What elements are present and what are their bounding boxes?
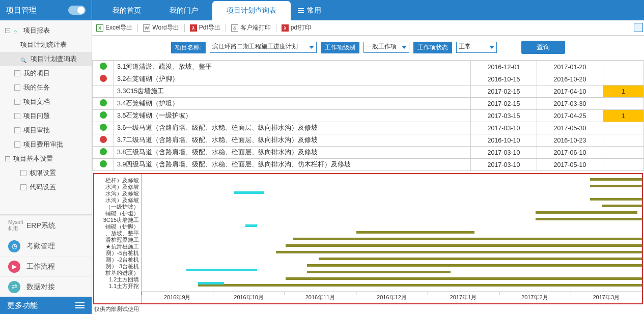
more-modules[interactable]: 更多功能	[0, 297, 92, 314]
module-erp[interactable]: Mysoft机电 ERP系统	[0, 215, 92, 236]
status-dot-icon	[100, 99, 107, 106]
chevron-down-icon	[309, 46, 314, 49]
gantt-x-tick: 2016年10月	[213, 294, 284, 301]
query-button[interactable]: 查询	[521, 41, 565, 54]
module-attendance[interactable]: ◷ 考勤管理	[0, 236, 92, 256]
status-dot-icon	[100, 75, 107, 82]
btn-label: Word导出	[152, 23, 179, 32]
excel-icon: X	[96, 24, 103, 32]
start-date-cell: 2017-02-15	[471, 98, 537, 110]
start-date-cell: 2017-02-15	[471, 85, 537, 98]
gantt-y-labels: 栏杆）及修坡水沟）及修坡水沟）及修坡水沟）及修坡（一级护坡）铺砌（护坦）3C15…	[94, 174, 141, 303]
nav-plan-stats[interactable]: 项目计划统计表	[0, 38, 92, 52]
nav-label: 项目费用审批	[23, 140, 63, 149]
nav-approval[interactable]: 项目审批	[0, 123, 92, 137]
btn-label: Excel导出	[105, 23, 132, 32]
nav-issues[interactable]: 项目问题	[0, 109, 92, 123]
sidebar-toggle[interactable]	[68, 6, 86, 15]
tree-root-reports[interactable]: − 项目报表	[0, 23, 92, 38]
table-row[interactable]: 3.4石笼铺砌（护坦）2017-02-152017-03-30	[93, 98, 644, 110]
nav-my-projects[interactable]: 我的项目	[0, 66, 92, 80]
file-icon	[14, 141, 20, 148]
work-status-select[interactable]: 正常	[456, 42, 497, 53]
work-level-select[interactable]: 一般工作项	[363, 42, 409, 53]
project-name-select[interactable]: 滨江环路二期工程施工进度计划	[210, 42, 317, 53]
filter-label-name: 项目名称:	[171, 42, 205, 53]
module-data[interactable]: ⇄ 数据对接	[0, 276, 92, 297]
file-icon	[20, 170, 26, 176]
name-cell: 3.2石笼铺砌（护脚）	[114, 73, 471, 85]
status-dot-icon	[100, 136, 107, 143]
start-date-cell: 2016-10-10	[471, 134, 537, 147]
table-row[interactable]: 3.2石笼铺砌（护脚）2016-10-152016-10-20	[93, 73, 644, 85]
collapse-icon[interactable]: −	[5, 28, 10, 33]
gantt-bar-actual	[590, 178, 642, 181]
export-word[interactable]: WWord导出	[143, 23, 179, 32]
collapse-icon[interactable]: −	[5, 156, 10, 161]
nav-label: 项目问题	[23, 111, 50, 121]
tab-label: 常用	[307, 6, 321, 15]
export-excel[interactable]: XExcel导出	[96, 23, 132, 32]
start-date-cell: 2016-10-15	[471, 73, 537, 85]
gantt-row-label: 测）-2台桩机	[94, 256, 141, 263]
status-dot-icon	[100, 63, 107, 70]
nav-label: 代码设置	[30, 183, 56, 192]
table-row[interactable]: 3.7二级马道（含路肩墙、级配、水稳、砼面层、纵向排水沟）及修坡2016-10-…	[93, 134, 644, 147]
tab-home[interactable]: 我的首页	[98, 1, 155, 20]
btn-label: Pdf导出	[199, 23, 220, 32]
gantt-row-label: 桩基的进度）	[94, 270, 141, 276]
status-cell	[93, 73, 114, 85]
module-workflow[interactable]: ▶ 工作流程	[0, 256, 92, 276]
flag-cell	[603, 159, 644, 171]
pdf-print[interactable]: λpdf打印	[282, 23, 312, 32]
gantt-bar-plan	[198, 282, 224, 284]
table-row[interactable]: 3.1河道清淤、疏浚、放坡、整平2016-12-012017-01-20	[93, 61, 644, 73]
nav-docs[interactable]: 项目文档	[0, 95, 92, 109]
status-cell	[93, 98, 114, 110]
sync-icon: ⇄	[8, 281, 20, 293]
flag-cell	[603, 147, 644, 159]
pdf-icon: λ	[282, 24, 289, 32]
nav-code[interactable]: 代码设置	[0, 180, 92, 194]
end-date-cell: 2016-10-23	[537, 134, 603, 147]
flag-cell	[603, 61, 644, 73]
nav-plan-query[interactable]: 项目计划查询表	[0, 52, 92, 66]
gantt-row-label: 铺砌（护坦）	[94, 210, 141, 217]
end-date-cell: 2017-05-30	[537, 122, 603, 134]
footer-note: 仅供内部测试使用	[92, 304, 644, 314]
save-icon[interactable]	[634, 23, 643, 32]
status-dot-icon	[100, 124, 107, 131]
gantt-row-label: 水沟）及修坡	[94, 184, 141, 190]
nav-perm[interactable]: 权限设置	[0, 166, 92, 180]
gantt-bar-actual	[590, 198, 642, 201]
client-print[interactable]: ♨客户端打印	[231, 23, 271, 32]
end-date-cell: 2017-06-10	[537, 147, 603, 159]
gantt-row-label: 1.2土方回填	[94, 276, 141, 283]
export-pdf[interactable]: λPdf导出	[190, 23, 220, 32]
nav-label: 我的任务	[23, 83, 50, 92]
nav-cost-approval[interactable]: 项目费用审批	[0, 137, 92, 152]
gantt-bar-actual	[319, 258, 642, 260]
top-tabs: 我的首页 我的门户 项目计划查询表 常用	[92, 0, 644, 20]
tab-portal[interactable]: 我的门户	[155, 1, 212, 20]
gantt-x-axis: 2016年9月2016年10月2016年11月2016年12月2017年1月20…	[142, 294, 642, 301]
start-date-cell: 2017-03-10	[471, 159, 537, 171]
flag-cell	[603, 122, 644, 134]
tab-plan-query[interactable]: 项目计划查询表	[212, 1, 291, 20]
gantt-x-tick: 2017年3月	[571, 294, 642, 301]
table-row[interactable]: 3.6一级马道（含路肩墙、级配、水稳、砼面层、纵向排水沟）及修坡2017-03-…	[93, 122, 644, 134]
table-row[interactable]: 3.8三级马道（含路肩墙、级配、水稳、砼面层、纵向排水沟）及修坡2017-03-…	[93, 147, 644, 159]
tree-root-settings[interactable]: − 项目基本设置	[0, 152, 92, 166]
gantt-x-tick: 2016年11月	[285, 294, 356, 301]
table-row[interactable]: 3.3C15齿墙施工2017-02-152017-04-101	[93, 85, 644, 98]
nav-my-tasks[interactable]: 我的任务	[0, 80, 92, 95]
file-icon	[14, 99, 20, 105]
gantt-row-label: 测）-5台桩机	[94, 250, 141, 256]
status-cell	[93, 61, 114, 73]
table-row[interactable]: 3.9四级马道（含路肩墙、级配、水稳、砼面层、纵向排水沟、仿木栏杆）及修坡201…	[93, 159, 644, 171]
tab-favorites[interactable]: 常用	[291, 1, 328, 20]
name-cell: 3.8三级马道（含路肩墙、级配、水稳、砼面层、纵向排水沟）及修坡	[114, 147, 471, 159]
table-row[interactable]: 3.5石笼铺砌（一级护坡）2017-03-152017-04-251	[93, 110, 644, 122]
btn-label: 客户端打印	[240, 23, 271, 32]
gantt-x-tick: 2017年2月	[499, 294, 570, 301]
